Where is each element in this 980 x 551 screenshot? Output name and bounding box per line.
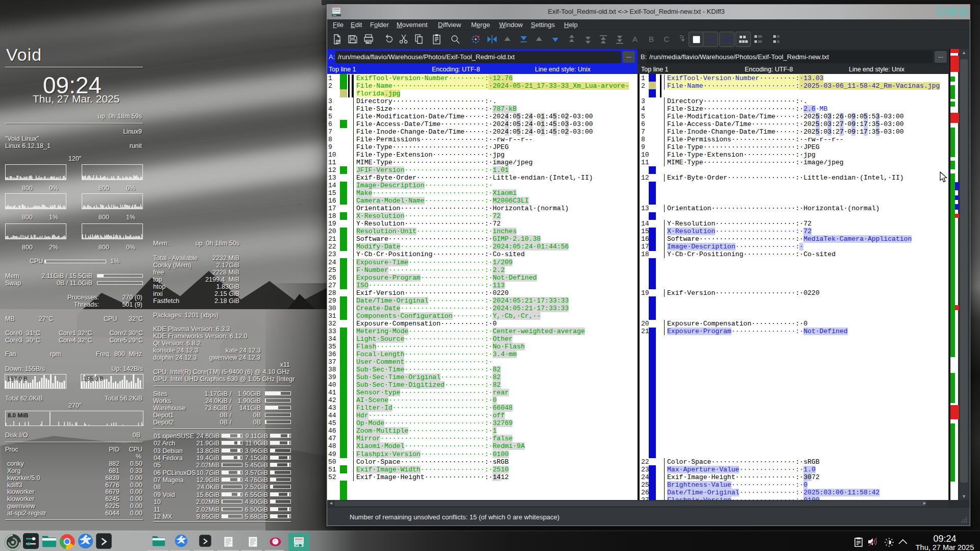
svg-text:123: 123 <box>723 37 732 43</box>
svg-text:C: C <box>664 35 670 43</box>
svg-text:A: A <box>632 35 638 43</box>
svg-text:B: B <box>649 35 654 43</box>
